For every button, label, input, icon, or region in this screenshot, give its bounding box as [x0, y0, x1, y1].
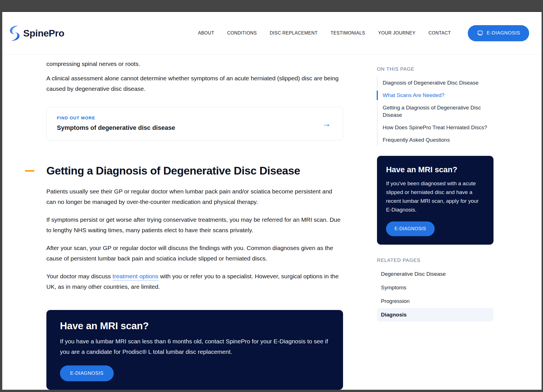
nav-item-conditions[interactable]: CONDITIONS: [227, 31, 257, 36]
sidebar-mri-card: Have an MRI scan? If you've been diagnos…: [377, 156, 494, 245]
banner-e-diagnosis-button[interactable]: E-DIAGNOSIS: [60, 365, 114, 381]
related-item-symptoms[interactable]: Symptoms: [377, 281, 494, 294]
sidebar-e-diagnosis-button[interactable]: E-DIAGNOSIS: [386, 221, 435, 236]
sidebar: ON THIS PAGE Diagnosis of Degenerative D…: [377, 55, 494, 322]
section-heading-text: Getting a Diagnosis of Degenerative Disc…: [46, 165, 300, 177]
browser-page: SpinePro ABOUT CONDITIONS DISC REPLACEME…: [2, 11, 542, 390]
related-pages-list: Degenerative Disc Disease Symptoms Progr…: [377, 267, 494, 322]
nav-item-disc-replacement[interactable]: DISC REPLACEMENT: [270, 31, 318, 36]
nav-item-contact[interactable]: CONTACT: [428, 31, 451, 36]
site-header: SpinePro ABOUT CONDITIONS DISC REPLACEME…: [2, 12, 542, 55]
section-paragraph-3: After your scan, your GP or regular doct…: [46, 243, 343, 264]
mri-banner-body: If you have a lumbar MRI scan less than …: [60, 336, 329, 357]
nav-item-about[interactable]: ABOUT: [198, 31, 214, 36]
sidebar-mri-heading: Have an MRI scan?: [386, 164, 484, 175]
sidebar-mri-body: If you've been diagnosed with a acute sl…: [386, 179, 484, 214]
on-this-page-label: ON THIS PAGE: [377, 66, 494, 72]
mri-banner-heading: Have an MRI scan?: [60, 320, 329, 332]
header-e-diagnosis-label: E-DIAGNOSIS: [487, 30, 520, 36]
intro-paragraph-tail: compressing spinal nerves or roots.: [46, 59, 343, 69]
find-out-more-title: Symptoms of degenerative disc disease: [57, 124, 322, 132]
toc-item-faq[interactable]: Frequently Asked Questions: [378, 134, 494, 146]
mri-banner: Have an MRI scan? If you have a lumbar M…: [46, 310, 343, 390]
paragraph-4-before: Your doctor may discuss: [46, 273, 113, 279]
monitor-cursor-icon: [477, 30, 483, 36]
toc-item-diagnosis-of-ddd[interactable]: Diagnosis of Degenerative Disc Disease: [378, 77, 494, 89]
related-item-progression[interactable]: Progression: [377, 294, 494, 308]
section-paragraph-2: If symptoms persist or get worse after t…: [46, 214, 343, 235]
find-out-more-text: FIND OUT MORE Symptoms of degenerative d…: [57, 115, 322, 132]
arrow-right-icon: →: [322, 119, 333, 128]
section-paragraph-1: Patients usually see their GP or regular…: [46, 186, 343, 207]
logo-text: SpinePro: [23, 28, 64, 39]
main-nav: ABOUT CONDITIONS DISC REPLACEMENT TESTIM…: [198, 31, 451, 36]
toc-item-what-scans[interactable]: What Scans Are Needed?: [378, 89, 494, 102]
nav-item-testimonials[interactable]: TESTIMONIALS: [331, 31, 365, 36]
heading-accent-dash: [25, 170, 35, 172]
spine-s-icon: [9, 25, 20, 41]
nav-item-your-journey[interactable]: YOUR JOURNEY: [378, 31, 415, 36]
toc-item-getting-a-diagnosis[interactable]: Getting a Diagnosis of Degenerative Disc…: [378, 102, 494, 121]
related-item-diagnosis[interactable]: Diagnosis: [377, 308, 494, 322]
logo[interactable]: SpinePro: [9, 25, 64, 41]
related-pages-label: RELATED PAGES: [377, 258, 494, 263]
related-item-degenerative-disc-disease[interactable]: Degenerative Disc Disease: [377, 267, 494, 281]
header-e-diagnosis-button[interactable]: E-DIAGNOSIS: [468, 25, 529, 41]
intro-paragraph: A clinical assessment alone cannot deter…: [46, 73, 343, 94]
find-out-more-eyebrow: FIND OUT MORE: [57, 115, 322, 121]
find-out-more-card[interactable]: FIND OUT MORE Symptoms of degenerative d…: [46, 107, 343, 140]
section-heading: Getting a Diagnosis of Degenerative Disc…: [46, 164, 343, 178]
main-column: compressing spinal nerves or roots. A cl…: [46, 55, 343, 390]
section-paragraph-4: Your doctor may discuss treatment option…: [46, 271, 343, 292]
treatment-options-link[interactable]: treatment options: [113, 273, 158, 279]
page-content: compressing spinal nerves or roots. A cl…: [2, 55, 542, 390]
on-this-page-list: Diagnosis of Degenerative Disc Disease W…: [377, 77, 494, 146]
toc-item-how-spinepro-treats[interactable]: How Does SpinePro Treat Herniated Discs?: [378, 121, 494, 134]
